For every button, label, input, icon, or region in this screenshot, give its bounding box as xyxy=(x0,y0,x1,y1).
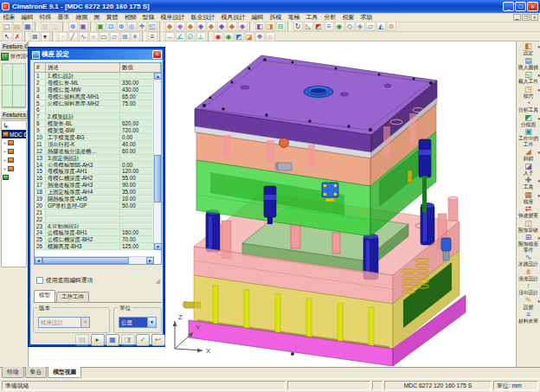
visibility-icon[interactable]: ◉ xyxy=(335,22,344,31)
menu-item-4[interactable]: 繪圖 xyxy=(73,13,91,22)
cancel-button[interactable]: ↩ xyxy=(151,334,165,346)
table-row[interactable]: 21 xyxy=(35,209,161,216)
view-back-icon[interactable]: ◆ xyxy=(207,22,216,31)
table-row[interactable]: 18上固定板厚度-AH435.00 xyxy=(35,189,161,196)
table-row[interactable]: 3母模仁寬-MW430.00 xyxy=(35,87,161,93)
version-dropdown[interactable]: 模座設計 ▼ xyxy=(38,317,90,328)
bottom-tab-特徵[interactable]: 特徵 xyxy=(2,367,24,378)
table-row[interactable]: 11頂出行程-K40.00 xyxy=(35,141,161,148)
guide-table[interactable] xyxy=(2,63,26,108)
zoom-window-icon[interactable]: ⊡ xyxy=(106,22,116,31)
table-row[interactable]: 234.可動側設計 xyxy=(35,223,161,230)
menu-item-8[interactable]: 型錄 xyxy=(139,13,158,22)
filter-mesh-icon[interactable]: ⊞ xyxy=(120,32,130,42)
menu-item-1[interactable]: 編輯 xyxy=(18,13,36,22)
view-left-icon[interactable]: ◆ xyxy=(228,22,237,31)
tool-12-附加靠破[interactable]: ◫附加靠破 xyxy=(517,220,540,234)
advanced-edit-checkbox[interactable]: 使用進階編輯選項 xyxy=(36,276,93,285)
tool-1-匯入圖檔[interactable]: ▤匯入圖檔 xyxy=(517,57,540,71)
expander-icon[interactable]: + xyxy=(3,166,7,171)
reflect-lines-icon[interactable]: ❖ xyxy=(255,32,265,42)
tool-15-澆道設計[interactable]: ⋔澆道設計 xyxy=(517,268,540,282)
tool-2-載入工件[interactable]: ◱載入工件▾ xyxy=(517,71,540,85)
table-row[interactable]: 16母模仁槽深度-AH255.00 xyxy=(35,175,161,182)
display-wireframe-icon[interactable]: ◨ xyxy=(266,22,275,31)
guide-cell[interactable] xyxy=(3,86,13,106)
table-row[interactable]: 19隔熱板厚度-AH510.00 xyxy=(35,196,161,202)
tab-模型[interactable]: 模型 xyxy=(34,290,55,302)
table-row[interactable]: 2母模仁長-ML330.00 xyxy=(35,80,161,87)
curvature-icon[interactable]: ◪ xyxy=(245,32,254,42)
minimize-button[interactable]: _ xyxy=(503,2,514,11)
chevron-down-icon[interactable]: ▼ xyxy=(147,318,156,327)
menu-item-10[interactable]: 鈑金設計 xyxy=(188,13,218,22)
menu-item-14[interactable]: 電極 xyxy=(285,13,303,22)
tool-16-頂出設計[interactable]: ↑頂出設計 xyxy=(517,282,540,296)
scroll-down-icon[interactable]: ▼ xyxy=(154,243,162,250)
table-row[interactable]: 20GP導柱直徑-GP50.00 xyxy=(35,202,161,209)
tool-17-設變[interactable]: ✎設變▾ xyxy=(517,297,540,311)
ok-button[interactable]: ✓ xyxy=(136,334,150,346)
layers-icon[interactable]: ≡ xyxy=(325,22,334,31)
fixed-half[interactable] xyxy=(195,55,458,236)
datum-plane-icon[interactable]: ▱ xyxy=(366,22,376,31)
print-icon[interactable]: ▥ xyxy=(41,22,50,31)
tool-11-快速變更[interactable]: ⇄快速變更 xyxy=(517,205,540,219)
menu-item-18[interactable]: 求助 xyxy=(357,13,376,22)
stamp-icon[interactable]: ▣ xyxy=(79,22,88,31)
filter-circle-icon[interactable]: ○ xyxy=(89,32,99,42)
guide-cell[interactable] xyxy=(3,64,13,85)
table-row[interactable]: 11.模仁設計 xyxy=(35,73,161,80)
tree-item-1[interactable]: MDC 6272 120 160 175 S xyxy=(2,130,26,138)
table-row[interactable]: 12熱膠道板分流道槽…60.00 xyxy=(35,148,161,155)
tree-item-0[interactable]: ↳ xyxy=(2,121,26,130)
measure-angle-icon[interactable]: ∠ xyxy=(176,32,185,42)
filter-face-icon[interactable]: ▭ xyxy=(100,32,109,42)
guide-cell[interactable] xyxy=(13,86,25,106)
filter-curve-icon[interactable]: ∿ xyxy=(79,32,88,42)
unit-dropdown[interactable]: 公厘 ▼ xyxy=(119,317,157,328)
filter-all-icon[interactable]: ✳ xyxy=(131,32,140,42)
table-row[interactable]: 24公模板厚度-BH1160.00 xyxy=(35,229,161,236)
menu-item-5[interactable]: 面 xyxy=(91,13,103,22)
close-button[interactable]: × xyxy=(527,2,538,11)
display-hidden-icon[interactable]: ⊟ xyxy=(276,22,286,31)
table-row[interactable]: 5公模仁留料高度-MH275.00 xyxy=(35,100,161,107)
analysis-red-icon[interactable]: ◉ xyxy=(214,32,223,42)
home-view-icon[interactable]: ⌂ xyxy=(266,32,275,42)
menu-item-12[interactable]: 編輯 xyxy=(248,13,267,22)
menu-item-15[interactable]: 工具 xyxy=(303,13,321,22)
menu-item-0[interactable]: 檔案 xyxy=(0,13,18,22)
hscroll-thumb[interactable] xyxy=(42,257,129,264)
pick-options-arrow-icon[interactable]: ▾ xyxy=(41,32,50,42)
save-file-icon[interactable]: ▦ xyxy=(23,22,33,31)
child-restore-button[interactable]: ❐ xyxy=(522,14,530,21)
vscroll-thumb[interactable] xyxy=(154,155,161,202)
table-row[interactable]: 6 xyxy=(35,106,161,113)
resize-grip[interactable]: ◢ xyxy=(156,278,160,285)
table-vscrollbar[interactable]: ▲ ▼ xyxy=(153,73,161,250)
preview-button[interactable]: ▸ xyxy=(91,334,105,346)
expander-icon[interactable]: + xyxy=(3,157,7,163)
measure-distance-icon[interactable]: ↔ xyxy=(165,32,175,42)
menu-item-16[interactable]: 分析 xyxy=(321,13,339,22)
cancel-selection-icon[interactable]: ✗ xyxy=(13,32,22,42)
table-row[interactable]: 4母模仁留料高度-MH165.00 xyxy=(35,93,161,100)
tab-工作工件[interactable]: 工作工件 xyxy=(56,292,89,302)
scroll-left-icon[interactable]: ◄ xyxy=(35,257,42,264)
guide-cell[interactable] xyxy=(13,64,25,85)
table-row[interactable]: 25公模仁槽深度-BH270.00 xyxy=(35,236,161,243)
table-row[interactable]: 72.模架設計 xyxy=(35,113,161,120)
pick-solid-icon[interactable]: ⊠ xyxy=(30,32,40,42)
table-row[interactable]: 8模架長-BL620.00 xyxy=(35,120,161,127)
tool-14-水路設計[interactable]: ∿水路設計 xyxy=(517,254,540,267)
render-options-icon[interactable]: ◩ xyxy=(314,22,324,31)
analysis-green-icon[interactable]: ◉ xyxy=(224,32,234,42)
view-custom-icon[interactable]: ◆ xyxy=(238,22,248,31)
dialog-title-bar[interactable]: 模座 設定 × xyxy=(30,49,163,60)
wireframe-toggle-icon[interactable]: ◇ xyxy=(345,22,355,31)
menu-item-7[interactable]: 相關 xyxy=(121,13,139,22)
selection-list-icon[interactable]: ≡ xyxy=(148,32,158,42)
table-row[interactable]: 10工字模寬度-BG0.00 xyxy=(35,134,161,141)
menu-item-3[interactable]: 基準 xyxy=(55,13,73,22)
